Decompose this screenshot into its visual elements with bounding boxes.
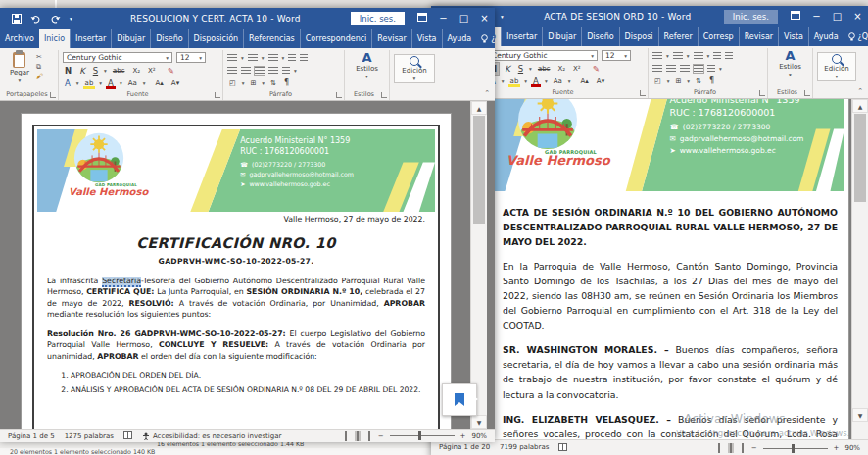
tab-referencias[interactable]: Referer [658, 27, 698, 46]
sign-in-button[interactable]: Inic. ses. [724, 10, 778, 24]
highlight-color-icon[interactable]: ab [83, 77, 96, 89]
font-color-icon[interactable]: A [106, 77, 116, 89]
paste-button[interactable]: Pegar▾ [6, 51, 33, 84]
vertical-scrollbar[interactable]: ▲ ▼ [851, 99, 868, 439]
tab-ayuda[interactable]: Ayuda [442, 29, 477, 48]
increase-indent-icon[interactable] [300, 54, 308, 62]
sort-icon[interactable]: ⇅ [268, 77, 278, 89]
dialog-launcher-icon[interactable] [804, 90, 810, 96]
tab-insertar[interactable]: Insertar [501, 27, 542, 46]
shading-icon[interactable]: ◰ [652, 76, 663, 87]
increase-indent-icon[interactable] [725, 52, 733, 60]
subscript-icon[interactable]: X₂ [130, 65, 142, 76]
zoom-slider-thumb[interactable] [792, 444, 795, 453]
zoom-level[interactable]: 90% [844, 444, 860, 452]
bold-icon[interactable]: N [63, 65, 73, 76]
superscript-icon[interactable]: X² [571, 63, 583, 75]
tab-correspondencia[interactable]: Correspondenci [300, 29, 372, 48]
line-spacing-icon[interactable] [707, 65, 715, 73]
strikethrough-icon[interactable]: abc [111, 65, 127, 76]
tab-dibujar[interactable]: Dibujar [542, 27, 581, 46]
ribbon-options-icon[interactable] [786, 6, 806, 27]
document-area[interactable]: Valle HermosoGAD PARROQUIAL Acuerdo Mini… [0, 101, 495, 429]
scrollbar-thumb[interactable] [854, 114, 866, 202]
numbering-icon[interactable] [248, 54, 258, 62]
tab-revisar[interactable]: Revisar [739, 27, 778, 46]
justify-icon[interactable] [694, 65, 703, 73]
tab-archivo[interactable]: Archivo [0, 29, 39, 48]
align-right-icon[interactable] [255, 67, 265, 75]
pilcrow-icon[interactable]: ¶ [707, 76, 716, 87]
decrease-indent-icon[interactable] [288, 54, 296, 62]
align-center-icon[interactable] [666, 65, 676, 73]
accessibility-status[interactable]: Accesibilidad: es necesario investigar [142, 432, 281, 440]
multilevel-list-icon[interactable] [694, 52, 703, 60]
italic-icon[interactable]: K [77, 65, 87, 76]
clear-format-icon[interactable]: ✎ [166, 65, 176, 76]
shading-icon[interactable]: ◰ [227, 77, 238, 89]
redo-icon[interactable] [50, 15, 61, 24]
zoom-slider[interactable] [390, 435, 455, 436]
proofing-icon[interactable] [558, 443, 567, 453]
proofing-icon[interactable] [123, 431, 132, 441]
align-left-icon[interactable] [652, 65, 662, 73]
dialog-launcher-icon[interactable] [381, 92, 387, 98]
tab-insertar[interactable]: Insertar [70, 29, 111, 48]
dialog-launcher-icon[interactable] [640, 90, 646, 96]
tab-diseno[interactable]: Diseño [150, 29, 187, 48]
tab-vista[interactable]: Vista [411, 29, 442, 48]
certificate-document-page[interactable]: Valle HermosoGAD PARROQUIAL Acuerdo Mini… [22, 114, 451, 429]
justify-icon[interactable] [268, 67, 278, 75]
web-layout-icon[interactable] [740, 443, 746, 453]
tab-vista[interactable]: Vista [778, 27, 808, 46]
clear-format-icon[interactable]: ✎ [591, 63, 602, 75]
bookmark-callout[interactable] [442, 383, 477, 416]
tab-disposicion[interactable]: Disposición [188, 29, 244, 48]
grow-font-icon[interactable]: A▴ [154, 77, 166, 89]
tab-correspondencia[interactable]: Corresp [698, 27, 739, 46]
borders-icon[interactable]: ⊞ [673, 76, 683, 87]
font-color-icon[interactable]: A [531, 76, 541, 87]
title-bar[interactable]: ▾ RESOLUCION Y CERT. ACTA 10 - Word Inic… [0, 8, 495, 29]
close-button[interactable]: × [474, 8, 495, 29]
collapse-ribbon-icon[interactable]: ⌃ [857, 87, 863, 95]
tab-referencias[interactable]: Referencias [243, 29, 300, 48]
customize-qat-icon[interactable]: ▾ [501, 14, 504, 20]
dialog-launcher-icon[interactable] [336, 92, 342, 98]
zoom-slider[interactable] [763, 448, 828, 449]
scroll-down-icon[interactable]: ▼ [852, 408, 868, 422]
tab-dibujar[interactable]: Dibujar [111, 29, 150, 48]
change-case-icon[interactable]: Aa [126, 77, 139, 89]
zoom-in-icon[interactable]: + [460, 432, 466, 440]
zoom-slider-thumb[interactable] [418, 431, 421, 440]
word-count[interactable]: 7199 palabras [500, 443, 549, 451]
save-icon[interactable] [12, 14, 22, 24]
borders-icon[interactable]: ⊞ [248, 77, 258, 89]
vertical-scrollbar[interactable]: ▲ ▼ [470, 101, 487, 429]
undo-icon[interactable] [30, 15, 41, 24]
dialog-launcher-icon[interactable] [215, 92, 220, 98]
italic-icon[interactable]: K [503, 63, 512, 75]
pilcrow-icon[interactable]: ¶ [282, 77, 291, 89]
acta-body-text[interactable]: ACTA DE SESIÓN ORDINARIA N.º 10 DEL GOBI… [503, 205, 838, 439]
line-spacing-icon[interactable] [282, 67, 290, 75]
minimize-button[interactable]: − [433, 8, 454, 29]
tab-disposicion[interactable]: Disposi [619, 27, 658, 46]
scrollbar-thumb[interactable] [473, 116, 485, 224]
multilevel-list-icon[interactable] [268, 54, 278, 62]
zoom-level[interactable]: 90% [471, 432, 487, 440]
editing-button[interactable]: Edición▾ [817, 52, 856, 81]
maximize-button[interactable]: □ [827, 6, 847, 27]
maximize-button[interactable]: □ [454, 8, 474, 29]
acta-document-page[interactable]: Valle HermosoGAD PARROQUIAL Acuerdo Mini… [485, 99, 848, 439]
scroll-up-icon[interactable]: ▲ [471, 101, 487, 115]
cut-icon[interactable]: ✂ [36, 53, 43, 61]
dialog-launcher-icon[interactable] [759, 90, 765, 96]
zoom-out-icon[interactable]: − [378, 432, 384, 440]
bullets-icon[interactable] [652, 52, 662, 60]
ribbon-options-icon[interactable] [412, 8, 433, 29]
tab-diseno[interactable]: Diseño [581, 27, 618, 46]
underline-icon[interactable]: S [516, 63, 525, 75]
editing-button[interactable]: Edición▾ [394, 54, 435, 83]
scroll-up-icon[interactable]: ▲ [852, 99, 868, 113]
